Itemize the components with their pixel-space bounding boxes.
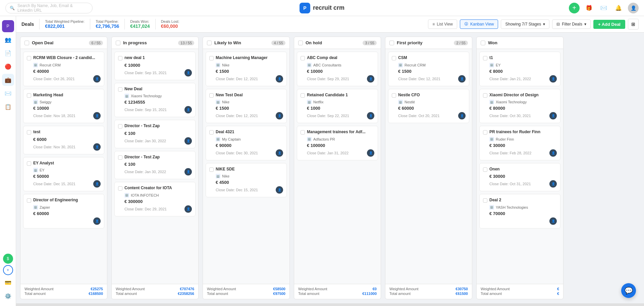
deal-card[interactable]: EY Analyst 🏢 EY € 50000 Close Date: Dec … [23,157,104,192]
deal-card[interactable]: Content Creator for IOTA 🏢 IOTA INFOTECH… [114,182,196,216]
card-amount: € 10000 [33,106,101,111]
kanban-view-button[interactable]: ⦿ Kanban View [460,19,498,29]
global-add-button[interactable]: + [569,3,580,13]
deal-card[interactable]: Marketing Head 🏢 Swiggy € 10000 Close Da… [23,89,104,123]
card-checkbox[interactable] [483,130,487,135]
deal-card[interactable]: Retained Candidate 1 🏢 Netflix € 1000 Cl… [297,89,378,123]
card-checkbox[interactable] [118,186,122,191]
column-checkbox-won[interactable] [481,41,485,45]
showing-stages-button[interactable]: Showing 7/7 Stages ▾ [501,19,549,29]
card-footer: Close Date: Oct 31, 2021 👤 [489,180,557,188]
card-checkbox[interactable] [118,124,122,129]
kanban-board: Open Deal 6 / 55 RCRM WEB Closure - 2 ca… [16,33,644,303]
card-checkbox[interactable] [301,93,305,98]
deal-card[interactable]: Nestle CFO 🏢 Nestlé € 60000 Close Date: … [388,89,469,123]
card-checkbox[interactable] [209,167,214,172]
deal-card[interactable]: Onen € 30000 Close Date: Oct 31, 2021 👤 [479,163,560,192]
card-title: Retained Candidate 1 [307,93,348,98]
filter-deals-button[interactable]: ⊟ Filter Deals ▾ [552,19,591,29]
sidebar-item-contacts[interactable]: 👥 [2,34,14,46]
column-checkbox-on-hold[interactable] [298,41,303,45]
deal-card[interactable]: new deal 1 € 10000 Close Date: Sep 15, 2… [114,52,196,80]
column-checkbox-likely-to-win[interactable] [207,41,212,45]
card-checkbox[interactable] [392,56,396,60]
sidebar-item-settings[interactable]: ⚙️ [2,290,14,302]
user-avatar[interactable]: 👤 [628,3,639,13]
brand-icon: P [300,3,310,13]
card-checkbox[interactable] [27,56,31,60]
card-company-name: EY [496,63,501,67]
deal-card[interactable]: t1 🏢 EY € 8000 Close Date: Jan 21, 2022 … [479,52,560,86]
deal-card[interactable]: test € 6000 Close Date: Nov 30, 2021 👤 [23,126,104,154]
deal-card[interactable]: Machine Learning Manager 🏢 Nike € 1500 C… [206,52,287,86]
card-checkbox[interactable] [483,167,487,172]
sidebar-item-blue[interactable]: + [3,265,13,275]
deal-card[interactable]: Management trainees for Adf... 🏢 Adfacto… [297,126,378,160]
card-date: Close Date: Sep 15, 2021 [124,108,167,112]
deal-card[interactable]: Deal 4321 🏢 My Captain € 90000 Close Dat… [206,126,287,160]
deal-card[interactable]: Director - Test Zap € 100 Close Date: Ja… [114,120,196,148]
card-checkbox[interactable] [209,93,214,98]
sidebar-item-tasks[interactable]: 📋 [2,101,14,113]
card-checkbox[interactable] [483,93,487,98]
card-date: Close Date: Dec 12, 2021 [398,77,440,81]
deal-card[interactable]: Director - Test Zap € 100 Close Date: Ja… [114,151,196,180]
card-checkbox[interactable] [27,161,31,166]
card-company: 🏢 My Captain [216,137,283,142]
card-checkbox[interactable] [27,93,31,98]
sidebar-item-jobs[interactable]: 🔴 [2,60,14,72]
card-checkbox[interactable] [483,56,487,60]
card-checkbox[interactable] [301,56,305,60]
list-view-button[interactable]: ≡ List View [428,19,457,29]
deal-card[interactable]: ABC Comp deal 🏢 ABC Consultants € 10000 … [297,52,378,86]
deal-card[interactable]: Director of Engineering 🏢 Zapier € 60000… [23,194,104,228]
sidebar-item-documents[interactable]: 📄 [2,47,14,59]
deal-card[interactable]: CSM 🏢 Recruit CRM € 1500 Close Date: Dec… [388,52,469,86]
column-checkbox-in-progress[interactable] [116,41,120,45]
deal-card[interactable]: NIKE SDE 🏢 Nike € 4500 Close Date: Dec 1… [206,163,287,198]
deal-card[interactable]: New Deal 🏢 Xiaomi Technology € 1234555 C… [114,83,196,117]
card-title: CSM [398,55,407,61]
card-checkbox[interactable] [392,93,396,98]
column-checkbox-open-deal[interactable] [24,41,29,45]
total-amount-label: Total amount [481,292,502,296]
sidebar-item-email[interactable]: ✉️ [2,87,14,99]
card-checkbox[interactable] [27,130,31,135]
card-footer: Close Date: Dec 15, 2021 👤 [216,186,283,194]
sidebar-item-deals[interactable]: 💼 [2,74,14,86]
search-box[interactable]: 🔍 Search By Name, Job, Email & LinkedIn … [5,3,93,13]
card-checkbox[interactable] [27,198,31,203]
add-deal-button[interactable]: + Add Deal [593,20,625,29]
gift-icon-button[interactable]: 🎁 [584,3,594,13]
card-checkbox[interactable] [209,56,214,60]
deal-card[interactable]: PR trainees for Ruder Finn 🏢 Ruder Finn … [479,126,560,160]
card-checkbox[interactable] [209,130,214,135]
deal-card[interactable]: New Test Deal 🏢 Nike € 1500 Close Date: … [206,89,287,123]
card-header: Director of Engineering [27,198,101,203]
notification-icon-button[interactable]: 🔔 [613,3,624,13]
card-checkbox[interactable] [118,155,122,160]
card-checkbox[interactable] [301,130,305,135]
sidebar-item-green[interactable]: $ [3,254,13,264]
card-company-name: My Captain [222,137,241,141]
deal-card[interactable]: RCRM WEB Closure - 2 candid... 🏢 Recruit… [23,52,104,86]
card-date: Close Date: Nov 30, 2021 [33,145,75,149]
card-company-name: YASH Technologies [496,205,528,209]
card-checkbox[interactable] [483,198,487,203]
column-title-open-deal: Open Deal [32,40,86,45]
card-footer: Close Date: Jan 31, 2022 👤 [307,149,374,157]
sidebar-item-billing[interactable]: 💳 [2,276,14,289]
email-icon-button[interactable]: ✉️ [598,3,609,13]
kanban-column-in-progress: In progress 13 / 55 new deal 1 € 10000 C… [111,37,199,299]
sidebar-item-logo[interactable]: P [2,20,14,32]
deal-card[interactable]: Deal 2 🏢 YASH Technologies € 70000 👤 [479,194,560,228]
chat-bubble-button[interactable]: 💬 [621,283,636,298]
more-options-button[interactable]: ⊞ [628,19,639,30]
card-checkbox[interactable] [118,56,122,60]
deal-card[interactable]: Xiaomi Director of Design 🏢 Xiaomi Techn… [479,89,560,123]
column-checkbox-first-priority[interactable] [389,41,394,45]
filter-deals-label: Filter Deals [562,22,582,27]
card-checkbox[interactable] [118,87,122,92]
bottom-scrollbar[interactable] [16,303,644,306]
column-badge-open-deal: 6 / 55 [89,41,103,45]
